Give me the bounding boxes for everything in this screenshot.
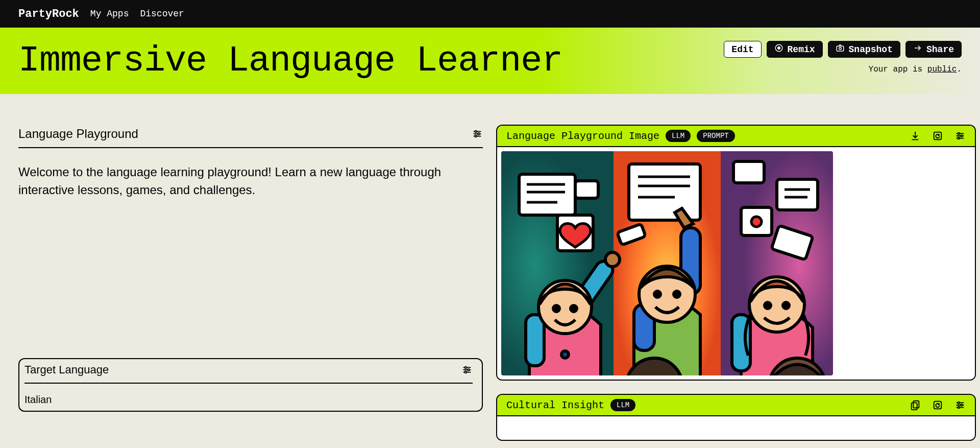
- svg-rect-29: [733, 161, 764, 183]
- cultural-insight-title: Cultural Insight: [506, 399, 604, 411]
- publish-status: Your app is public.: [869, 65, 962, 74]
- svg-rect-27: [575, 181, 598, 198]
- share-button-label: Share: [926, 44, 954, 55]
- svg-point-55: [561, 351, 569, 358]
- svg-point-59: [783, 302, 789, 309]
- svg-point-58: [765, 302, 771, 309]
- svg-point-68: [958, 402, 960, 404]
- settings-icon[interactable]: [461, 364, 473, 375]
- download-icon[interactable]: [910, 130, 921, 142]
- llm-tag: LLM: [610, 399, 635, 411]
- target-language-card: Target Language Italian: [18, 358, 483, 412]
- target-language-value[interactable]: Italian: [19, 390, 482, 411]
- svg-point-43: [751, 217, 762, 227]
- generated-image[interactable]: [501, 151, 833, 375]
- app-title: Immersive Language Learner: [18, 41, 562, 81]
- publish-status-prefix: Your app is: [869, 65, 927, 74]
- svg-point-70: [958, 407, 960, 409]
- language-playground-body: Welcome to the language learning playgro…: [18, 148, 483, 199]
- svg-point-50: [605, 252, 620, 267]
- prompt-tag: PROMPT: [697, 130, 734, 142]
- copy-icon[interactable]: [910, 399, 921, 411]
- hero-actions: Edit Remix Snapshot Share: [724, 41, 962, 74]
- language-playground-card: Language Playground Welcome to the langu…: [18, 125, 483, 200]
- svg-rect-30: [777, 179, 818, 210]
- playground-image-title: Language Playground Image: [506, 130, 659, 142]
- retry-icon[interactable]: [932, 130, 943, 142]
- svg-rect-62: [913, 401, 919, 408]
- svg-point-15: [464, 371, 467, 373]
- svg-rect-2: [837, 46, 844, 51]
- svg-point-9: [475, 135, 477, 137]
- snapshot-button-label: Snapshot: [849, 44, 893, 55]
- brand-logo[interactable]: PartyRock: [18, 8, 79, 20]
- publish-status-suffix: .: [957, 65, 962, 74]
- svg-point-3: [839, 48, 841, 50]
- svg-point-20: [958, 133, 960, 135]
- action-buttons-row: Edit Remix Snapshot Share: [724, 41, 962, 58]
- playground-image-header: Language Playground Image LLM PROMPT: [497, 126, 975, 147]
- svg-point-22: [958, 137, 960, 139]
- svg-point-53: [553, 305, 559, 312]
- playground-image-card: Language Playground Image LLM PROMPT: [496, 125, 976, 381]
- language-playground-title: Language Playground: [18, 127, 138, 141]
- svg-point-48: [674, 291, 680, 297]
- svg-point-47: [654, 291, 660, 297]
- settings-icon[interactable]: [472, 128, 483, 139]
- top-navbar: PartyRock My Apps Discover: [0, 0, 980, 28]
- left-spacer: [18, 215, 483, 343]
- svg-rect-26: [519, 174, 575, 215]
- publish-status-link[interactable]: public: [927, 65, 957, 74]
- nav-discover[interactable]: Discover: [140, 9, 184, 19]
- remix-button[interactable]: Remix: [767, 41, 823, 58]
- edit-button[interactable]: Edit: [724, 41, 761, 58]
- svg-point-69: [961, 404, 963, 406]
- svg-point-21: [961, 135, 963, 137]
- widgets-grid: Language Playground Welcome to the langu…: [0, 94, 980, 441]
- target-language-title: Target Language: [24, 363, 109, 376]
- nav-my-apps[interactable]: My Apps: [90, 9, 129, 19]
- remix-icon: [774, 43, 783, 55]
- share-icon: [913, 43, 922, 55]
- svg-rect-28: [629, 164, 700, 220]
- left-column: Language Playground Welcome to the langu…: [18, 125, 483, 441]
- language-playground-header: Language Playground: [18, 125, 483, 148]
- hero-banner: Immersive Language Learner Edit Remix Sn…: [0, 28, 980, 94]
- share-button[interactable]: Share: [905, 41, 962, 58]
- settings-icon[interactable]: [954, 130, 966, 142]
- svg-point-14: [468, 369, 470, 371]
- cultural-insight-card: Cultural Insight LLM: [496, 394, 976, 441]
- cultural-insight-body: [497, 416, 975, 440]
- svg-point-8: [478, 133, 480, 135]
- svg-point-7: [475, 131, 477, 133]
- snapshot-button[interactable]: Snapshot: [828, 41, 900, 58]
- settings-icon[interactable]: [954, 399, 966, 411]
- svg-point-54: [571, 305, 577, 312]
- cultural-insight-header: Cultural Insight LLM: [497, 395, 975, 416]
- llm-tag: LLM: [666, 130, 691, 142]
- right-column: Language Playground Image LLM PROMPT: [496, 125, 976, 441]
- edit-button-label: Edit: [731, 44, 753, 55]
- remix-button-label: Remix: [788, 44, 815, 55]
- svg-rect-63: [912, 403, 917, 410]
- camera-icon: [836, 43, 845, 55]
- playground-image-body: [497, 147, 975, 380]
- svg-point-13: [464, 366, 467, 368]
- retry-icon[interactable]: [932, 399, 943, 411]
- svg-rect-51: [526, 315, 544, 366]
- svg-point-1: [777, 47, 780, 50]
